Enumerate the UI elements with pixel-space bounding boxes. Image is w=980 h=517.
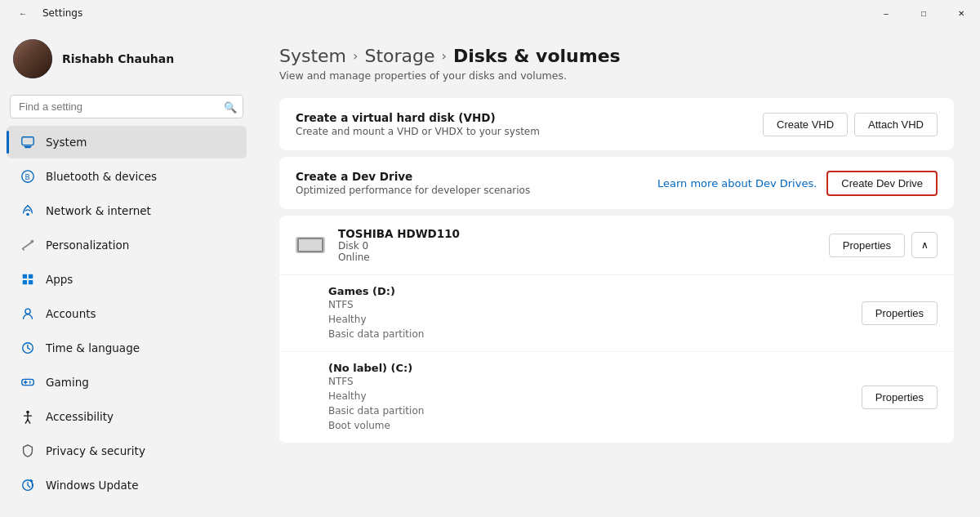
- disk-icon: [296, 237, 325, 253]
- dev-drive-info: Create a Dev Drive Optimized performance…: [296, 170, 530, 196]
- disk-header: TOSHIBA HDWD110 Disk 0 Online Properties…: [279, 216, 954, 275]
- partition-c-details: NTFS Healthy Basic data partition Boot v…: [328, 374, 424, 433]
- svg-rect-11: [29, 280, 33, 284]
- svg-rect-9: [29, 274, 33, 279]
- svg-rect-0: [22, 137, 33, 145]
- privacy-icon: [20, 443, 36, 459]
- learn-more-link[interactable]: Learn more about Dev Drives.: [657, 177, 817, 189]
- partition-c-info: (No label) (C:) NTFS Healthy Basic data …: [328, 362, 424, 433]
- attach-vhd-button[interactable]: Attach VHD: [854, 113, 938, 136]
- sidebar-item-label-apps: Apps: [46, 273, 237, 286]
- sidebar-item-privacy[interactable]: Privacy & security: [7, 435, 247, 467]
- breadcrumb-storage: Storage: [364, 46, 434, 66]
- sidebar-item-label-accessibility: Accessibility: [46, 410, 237, 423]
- disk-info: TOSHIBA HDWD110 Disk 0 Online: [338, 227, 460, 263]
- svg-line-26: [28, 420, 30, 424]
- avatar: [13, 39, 52, 78]
- breadcrumb: System › Storage › Disks & volumes: [279, 46, 954, 66]
- time-icon: [20, 340, 36, 356]
- dev-drive-description: Optimized performance for developer scen…: [296, 185, 530, 196]
- close-button[interactable]: ✕: [942, 0, 980, 26]
- personalization-icon: [20, 237, 36, 253]
- update-icon: [20, 477, 36, 493]
- disk-expand-button[interactable]: ∧: [911, 232, 938, 258]
- search-input[interactable]: [10, 95, 243, 118]
- partition-games-info: Games (D:) NTFS Healthy Basic data parti…: [328, 285, 424, 341]
- partition-row-c: (No label) (C:) NTFS Healthy Basic data …: [279, 352, 954, 443]
- dev-drive-card: Create a Dev Drive Optimized performance…: [279, 157, 954, 209]
- partition-games-name: Games (D:): [328, 285, 424, 297]
- dev-drive-actions: Learn more about Dev Drives. Create Dev …: [657, 171, 938, 196]
- titlebar-controls: – □ ✕: [867, 0, 980, 26]
- sidebar-item-apps[interactable]: Apps: [7, 263, 247, 296]
- breadcrumb-system: System: [279, 46, 346, 66]
- svg-line-15: [28, 348, 30, 350]
- sidebar-item-label-privacy: Privacy & security: [46, 444, 237, 457]
- gaming-icon: [20, 374, 36, 390]
- svg-line-25: [25, 420, 28, 424]
- svg-point-20: [29, 381, 31, 382]
- sidebar-item-personalization[interactable]: Personalization: [7, 229, 247, 261]
- partition-c-properties-button[interactable]: Properties: [862, 386, 938, 409]
- sidebar-item-label-bluetooth: Bluetooth & devices: [46, 170, 237, 183]
- partition-c-name: (No label) (C:): [328, 362, 424, 374]
- sidebar-item-label-accounts: Accounts: [46, 307, 237, 320]
- disk-name: TOSHIBA HDWD110: [338, 227, 460, 240]
- vhd-card: Create a virtual hard disk (VHD) Create …: [279, 98, 954, 150]
- accessibility-icon: [20, 408, 36, 425]
- page-subtitle: View and manage properties of your disks…: [279, 69, 954, 82]
- system-icon: [20, 134, 36, 150]
- breadcrumb-sep1: ›: [353, 48, 358, 64]
- partition-games-details: NTFS Healthy Basic data partition: [328, 297, 424, 341]
- disk-header-right: Properties ∧: [829, 232, 938, 258]
- sidebar-item-label-update: Windows Update: [46, 479, 237, 492]
- svg-text:B: B: [24, 173, 29, 181]
- network-icon: [20, 203, 36, 219]
- breadcrumb-current: Disks & volumes: [453, 46, 621, 66]
- vhd-info: Create a virtual hard disk (VHD) Create …: [296, 111, 540, 137]
- search-box: 🔍: [10, 95, 243, 118]
- bluetooth-icon: B: [20, 168, 36, 185]
- disk-card: TOSHIBA HDWD110 Disk 0 Online Properties…: [279, 216, 954, 443]
- disk-header-left: TOSHIBA HDWD110 Disk 0 Online: [296, 227, 460, 263]
- minimize-button[interactable]: –: [867, 0, 905, 26]
- apps-icon: [20, 271, 36, 287]
- sidebar-item-accounts[interactable]: Accounts: [7, 297, 247, 330]
- svg-point-21: [29, 382, 31, 384]
- titlebar: ← Settings – □ ✕: [0, 0, 980, 26]
- sidebar-item-label-time: Time & language: [46, 341, 237, 354]
- dev-drive-title: Create a Dev Drive: [296, 170, 530, 183]
- vhd-actions: Create VHD Attach VHD: [763, 113, 938, 136]
- sidebar-item-label-system: System: [46, 136, 237, 149]
- user-name: Rishabh Chauhan: [62, 52, 174, 65]
- sidebar-item-system[interactable]: System: [7, 126, 247, 158]
- disk-properties-button[interactable]: Properties: [829, 234, 905, 257]
- sidebar-item-label-personalization: Personalization: [46, 238, 237, 252]
- vhd-description: Create and mount a VHD or VHDX to your s…: [296, 126, 540, 137]
- sidebar-item-label-gaming: Gaming: [46, 376, 237, 389]
- svg-point-5: [26, 213, 29, 216]
- svg-rect-8: [23, 274, 27, 279]
- sidebar-item-update[interactable]: Windows Update: [7, 469, 247, 501]
- partition-row-games: Games (D:) NTFS Healthy Basic data parti…: [279, 275, 954, 352]
- sidebar-item-bluetooth[interactable]: B Bluetooth & devices: [7, 160, 247, 193]
- sidebar-item-network[interactable]: Network & internet: [7, 194, 247, 227]
- vhd-title: Create a virtual hard disk (VHD): [296, 111, 540, 124]
- chevron-up-icon: ∧: [921, 239, 929, 251]
- app-container: Rishabh Chauhan 🔍 System B Bluetooth & d…: [0, 26, 980, 517]
- disk-status: Online: [338, 252, 460, 263]
- breadcrumb-sep2: ›: [442, 48, 447, 64]
- sidebar-item-time[interactable]: Time & language: [7, 332, 247, 364]
- sidebar-item-accessibility[interactable]: Accessibility: [7, 400, 247, 433]
- svg-point-7: [31, 240, 34, 243]
- partition-games-properties-button[interactable]: Properties: [862, 301, 938, 325]
- maximize-button[interactable]: □: [905, 0, 942, 26]
- sidebar-item-gaming[interactable]: Gaming: [7, 366, 247, 399]
- create-dev-drive-button[interactable]: Create Dev Drive: [826, 171, 938, 196]
- back-button[interactable]: ←: [10, 0, 36, 26]
- titlebar-left: ← Settings: [10, 0, 82, 26]
- create-vhd-button[interactable]: Create VHD: [763, 113, 848, 136]
- sidebar-item-label-network: Network & internet: [46, 204, 237, 217]
- sidebar: Rishabh Chauhan 🔍 System B Bluetooth & d…: [0, 26, 253, 517]
- titlebar-title: Settings: [42, 7, 82, 19]
